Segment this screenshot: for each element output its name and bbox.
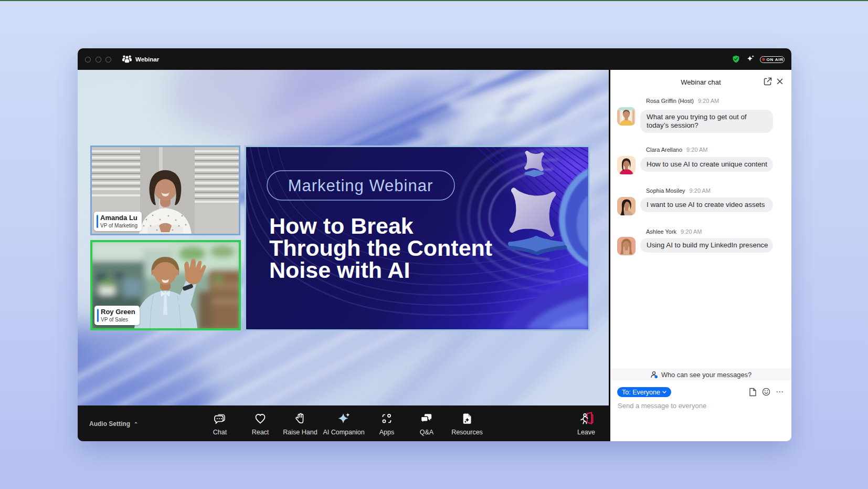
svg-text:Marketing Webinar: Marketing Webinar — [288, 176, 433, 195]
svg-text:How to Break: How to Break — [269, 213, 414, 238]
svg-text:Noise with AI: Noise with AI — [269, 257, 410, 283]
svg-text:Through the Content: Through the Content — [269, 235, 492, 261]
